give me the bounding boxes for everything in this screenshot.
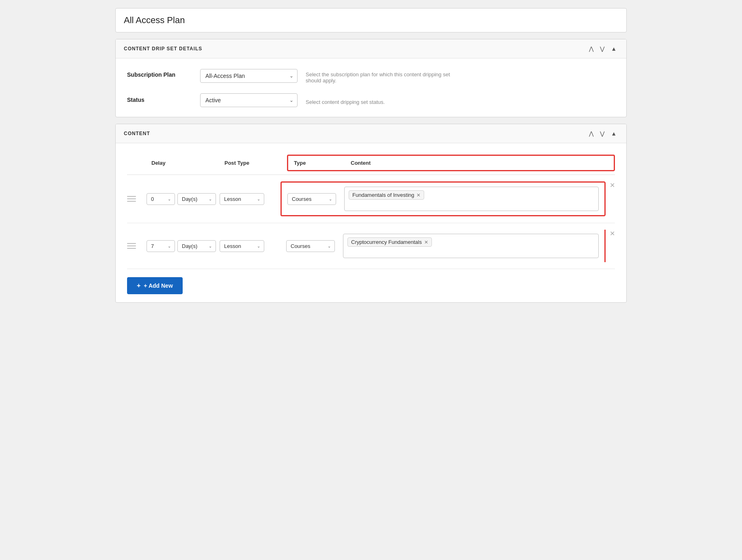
content-section-body: Delay Post Type Type Content — [116, 143, 626, 302]
row1-tag-1-label: Fundamentals of Investing — [352, 192, 414, 198]
row2-type: Courses Lessons Quizzes ⌄ — [286, 240, 339, 252]
add-new-label: + Add New — [144, 282, 173, 289]
subscription-plan-select-wrapper: All-Access Plan Basic Plan Premium Plan … — [200, 69, 298, 83]
content-expand-button[interactable]: ▲ — [609, 130, 618, 137]
col-header-type: Type — [294, 160, 351, 166]
content-header-actions: ⋀ ⋁ ▲ — [587, 130, 618, 137]
subscription-plan-select[interactable]: All-Access Plan Basic Plan Premium Plan — [200, 69, 298, 83]
subscription-plan-control: All-Access Plan Basic Plan Premium Plan … — [200, 68, 460, 84]
details-section-body: Subscription Plan All-Access Plan Basic … — [116, 58, 626, 117]
content-row-2: 0 1 7 14 30 ⌄ Day(s) Week(s) Month(s) — [127, 223, 615, 269]
details-chevron-down-button[interactable]: ⋁ — [598, 45, 606, 52]
row1-tag-1: Fundamentals of Investing ✕ — [349, 190, 424, 200]
row2-posttype-select[interactable]: Lesson Quiz Section — [220, 240, 264, 252]
row2-delete-button[interactable]: ✕ — [610, 230, 615, 262]
details-expand-button[interactable]: ▲ — [609, 45, 618, 52]
status-select-wrapper: Active Inactive Draft ⌄ — [200, 93, 298, 107]
row2-delay-num-wrapper: 0 1 7 14 30 ⌄ — [147, 240, 175, 252]
row2-type-wrapper: Courses Lessons Quizzes ⌄ — [286, 240, 335, 252]
add-new-icon: + — [137, 282, 140, 289]
status-hint: Select content dripping set status. — [306, 96, 385, 105]
row1-delay: 0 1 7 14 30 ⌄ Day(s) Week(s) Month(s) — [147, 181, 220, 216]
row2-delay-num-select[interactable]: 0 1 7 14 30 — [147, 240, 175, 252]
details-section-title: CONTENT DRIP SET DETAILS — [124, 46, 202, 52]
status-row: Status Active Inactive Draft ⌄ Select co… — [127, 93, 615, 107]
col-header-delay: Delay — [151, 160, 224, 166]
row1-posttype-select[interactable]: Lesson Quiz Section — [220, 193, 264, 205]
row2-tag-1: Cryptocurrency Fundamentals ✕ — [347, 237, 432, 247]
title-card: All Access Plan — [115, 8, 627, 32]
drag-handle-2[interactable] — [127, 230, 147, 262]
content-table-header: Delay Post Type Type Content — [127, 151, 615, 175]
content-row-1: 0 1 7 14 30 ⌄ Day(s) Week(s) Month(s) — [127, 175, 615, 223]
col-header-posttype: Post Type — [224, 160, 285, 166]
row2-posttype-wrapper: Lesson Quiz Section ⌄ — [220, 240, 264, 252]
row1-type-select[interactable]: Courses Lessons Quizzes — [287, 193, 336, 205]
content-chevron-up-button[interactable]: ⋀ — [587, 130, 595, 137]
row2-delay: 0 1 7 14 30 ⌄ Day(s) Week(s) Month(s) — [147, 230, 220, 262]
content-chevron-down-button[interactable]: ⋁ — [598, 130, 606, 137]
row1-delay-num-wrapper: 0 1 7 14 30 ⌄ — [147, 193, 175, 205]
add-new-button[interactable]: + + Add New — [127, 277, 183, 294]
details-section: CONTENT DRIP SET DETAILS ⋀ ⋁ ▲ Subscript… — [115, 39, 627, 117]
row2-posttype: Lesson Quiz Section ⌄ — [220, 230, 280, 262]
row2-highlighted: Courses Lessons Quizzes ⌄ Cryptocurrency… — [280, 230, 606, 262]
row1-content-tags[interactable]: Fundamentals of Investing ✕ — [344, 187, 599, 211]
status-label: Status — [127, 93, 192, 103]
row1-delay-unit-wrapper: Day(s) Week(s) Month(s) ⌄ — [177, 193, 216, 205]
drag-handle-1[interactable] — [127, 181, 147, 216]
page-wrapper: All Access Plan CONTENT DRIP SET DETAILS… — [115, 8, 627, 303]
plan-title: All Access Plan — [124, 15, 618, 26]
content-section: CONTENT ⋀ ⋁ ▲ Delay Post Type Type Conte… — [115, 124, 627, 303]
row1-posttype: Lesson Quiz Section ⌄ — [220, 181, 280, 216]
subscription-plan-hint: Select the subscription plan for which t… — [306, 68, 460, 84]
row2-delay-unit-select[interactable]: Day(s) Week(s) Month(s) — [177, 240, 216, 252]
content-section-header: CONTENT ⋀ ⋁ ▲ — [116, 124, 626, 143]
subscription-plan-row: Subscription Plan All-Access Plan Basic … — [127, 68, 615, 84]
subscription-plan-label: Subscription Plan — [127, 68, 192, 78]
row1-type: Courses Lessons Quizzes ⌄ — [287, 193, 340, 205]
status-control: Active Inactive Draft ⌄ Select content d… — [200, 93, 385, 107]
row1-highlighted: Courses Lessons Quizzes ⌄ Fundamentals o… — [280, 181, 606, 216]
row1-posttype-wrapper: Lesson Quiz Section ⌄ — [220, 193, 264, 205]
content-section-title: CONTENT — [124, 131, 150, 136]
add-new-wrapper: + + Add New — [127, 269, 615, 294]
row2-tag-1-remove[interactable]: ✕ — [424, 240, 428, 245]
col-header-content: Content — [351, 160, 608, 166]
status-select[interactable]: Active Inactive Draft — [200, 93, 298, 107]
details-section-header: CONTENT DRIP SET DETAILS ⋀ ⋁ ▲ — [116, 39, 626, 58]
details-header-actions: ⋀ ⋁ ▲ — [587, 45, 618, 52]
row1-delete-button[interactable]: ✕ — [610, 181, 615, 216]
row2-content-tags[interactable]: Cryptocurrency Fundamentals ✕ — [343, 234, 599, 258]
row1-delay-unit-select[interactable]: Day(s) Week(s) Month(s) — [177, 193, 216, 205]
row1-type-wrapper: Courses Lessons Quizzes ⌄ — [287, 193, 336, 205]
row2-tag-1-label: Cryptocurrency Fundamentals — [351, 239, 422, 245]
row2-delay-unit-wrapper: Day(s) Week(s) Month(s) ⌄ — [177, 240, 216, 252]
row1-delay-num-select[interactable]: 0 1 7 14 30 — [147, 193, 175, 205]
row2-type-select[interactable]: Courses Lessons Quizzes — [286, 240, 335, 252]
row1-tag-1-remove[interactable]: ✕ — [416, 193, 421, 198]
details-chevron-up-button[interactable]: ⋀ — [587, 45, 595, 52]
